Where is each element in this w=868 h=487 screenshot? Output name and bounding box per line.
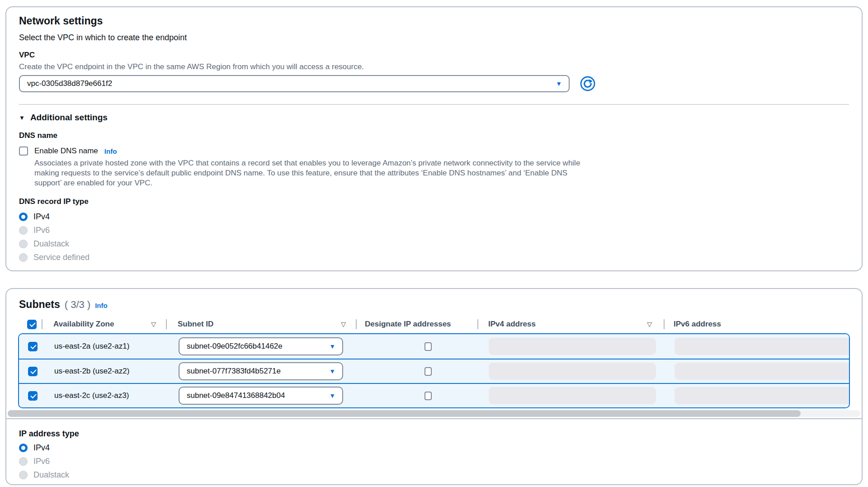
column-separator [477,319,478,329]
network-settings-subtitle: Select the VPC in which to create the en… [19,33,849,43]
radio-dualstack [19,240,28,248]
horizontal-scrollbar [8,410,860,417]
enable-dns-name-row: Enable DNS name Info [19,147,849,156]
subnet-id-cell: subnet-09e84741368842b04 ▼ [167,387,357,405]
refresh-icon [580,76,595,91]
scrollbar-thumb[interactable] [8,410,801,417]
ipv4-address-input [489,387,656,404]
dns-name-info-link[interactable]: Info [104,147,117,155]
enable-dns-name-label: Enable DNS name [34,147,98,156]
designate-ip-checkbox[interactable] [425,392,432,400]
subnet-id-select[interactable]: subnet-077f7383fd4b5271e ▼ [179,362,343,380]
radio-ipv6 [19,226,28,235]
refresh-button[interactable] [580,76,596,92]
column-header-ipv6-address: IPv6 address [664,319,850,330]
radio-dualstack-label: Dualstack [33,239,69,249]
radio-ipv4[interactable] [19,213,28,221]
ipv6-address-input [675,363,850,380]
subnet-id-select[interactable]: subnet-09e84741368842b04 ▼ [179,387,343,405]
radio-option-service-defined: Service defined [19,252,849,262]
ipv6-address-input [675,387,850,404]
vpc-help-text: Create the VPC endpoint in the VPC in th… [19,62,849,71]
availability-zone-cell: us-east-2b (use2-az2) [42,367,167,376]
designate-ip-cell [357,392,478,400]
vpc-select-row: vpc-0305d38d879e661f2 ▼ [19,75,849,92]
subnet-id-cell: subnet-077f7383fd4b5271e ▼ [167,362,357,380]
column-separator [356,319,357,329]
dns-record-ip-type-group: IPv4 IPv6 Dualstack Service defined [19,212,849,262]
availability-zone-cell: us-east-2c (use2-az3) [42,391,167,400]
column-header-subnet-id[interactable]: Subnet ID ▽ [166,319,356,330]
select-all-cell [18,319,42,330]
ipv6-address-input [675,338,850,355]
radio-ipv4-label: IPv4 [33,212,50,222]
selected-rows-container: us-east-2a (use2-az1) subnet-09e052fc66b… [18,333,850,408]
table-row: us-east-2b (use2-az2) subnet-077f7383fd4… [19,359,849,383]
row-checkbox[interactable] [28,342,38,351]
subnet-id-value: subnet-09e052fc66b41462e [187,342,283,351]
subnets-header: Subnets ( 3/3 ) Info [6,289,862,311]
row-checkbox[interactable] [28,367,38,376]
radio-ipv6-label: IPv6 [33,226,50,235]
sort-icon: ▽ [647,321,664,328]
chevron-down-icon: ▼ [329,343,335,350]
sort-icon: ▽ [341,321,356,328]
subnet-id-value: subnet-09e84741368842b04 [187,391,285,400]
dns-record-ip-type-label: DNS record IP type [19,197,849,206]
section-divider [19,104,849,105]
table-row: us-east-2a (use2-az1) subnet-09e052fc66b… [19,334,849,359]
ipv4-address-input [489,363,656,380]
enable-dns-name-checkbox[interactable] [19,147,28,156]
chevron-down-icon: ▼ [329,368,335,374]
triangle-down-icon: ▼ [19,115,25,121]
ipv4-address-cell [478,338,665,355]
subnets-card: Subnets ( 3/3 ) Info Availability Zone ▽… [5,288,863,485]
radio-ipv6-label: IPv6 [33,457,50,466]
sort-icon: ▽ [151,321,166,328]
radio-option-dualstack: Dualstack [19,239,849,249]
subnets-title: Subnets [19,298,60,311]
subnet-id-cell: subnet-09e052fc66b41462e ▼ [167,337,357,355]
network-settings-title: Network settings [19,14,849,27]
ip-address-type-section: IP address type IPv4 IPv6 Dualstack [6,419,862,480]
column-label: Availability Zone [53,320,114,329]
column-label: IPv4 address [488,320,536,329]
column-header-designate-ip: Designate IP addresses [356,319,477,330]
ipv6-address-cell [665,363,850,380]
vpc-select-value: vpc-0305d38d879e661f2 [27,79,112,88]
ipv4-address-input [489,338,656,355]
ipv6-address-cell [665,338,850,355]
radio-option-dualstack: Dualstack [19,470,849,480]
column-separator [166,319,167,329]
subnet-id-select[interactable]: subnet-09e052fc66b41462e ▼ [179,337,343,355]
ipv6-address-cell [665,387,850,404]
network-settings-card: Network settings Select the VPC in which… [5,6,863,271]
subnets-table: Availability Zone ▽ Subnet ID ▽ Designat… [6,316,862,408]
radio-ipv4[interactable] [19,444,28,452]
radio-ipv6 [19,457,28,466]
row-checkbox[interactable] [28,391,38,401]
radio-option-ipv4: IPv4 [19,212,849,222]
subnets-counter: ( 3/3 ) [65,299,90,311]
column-label: Designate IP addresses [365,320,451,329]
chevron-down-icon: ▼ [329,392,335,399]
column-label: Subnet ID [178,320,213,329]
dns-name-description: Associates a private hosted zone with th… [34,158,581,188]
chevron-down-icon: ▼ [556,80,562,87]
column-separator [42,319,42,329]
column-header-availability-zone[interactable]: Availability Zone ▽ [42,319,166,330]
radio-service-defined [19,253,28,262]
vpc-select[interactable]: vpc-0305d38d879e661f2 ▼ [19,75,570,92]
radio-dualstack-label: Dualstack [33,470,69,480]
table-row: us-east-2c (use2-az3) subnet-09e84741368… [19,383,849,407]
ipv4-address-cell [478,387,665,404]
subnets-info-link[interactable]: Info [95,302,108,309]
additional-settings-expander[interactable]: ▼ Additional settings [19,112,849,123]
row-select-cell [19,367,42,376]
designate-ip-checkbox[interactable] [425,367,432,376]
column-header-ipv4-address[interactable]: IPv4 address ▽ [477,319,664,330]
radio-option-ipv6: IPv6 [19,225,849,235]
select-all-checkbox[interactable] [27,320,37,329]
designate-ip-checkbox[interactable] [425,342,432,351]
radio-dualstack [19,471,28,479]
